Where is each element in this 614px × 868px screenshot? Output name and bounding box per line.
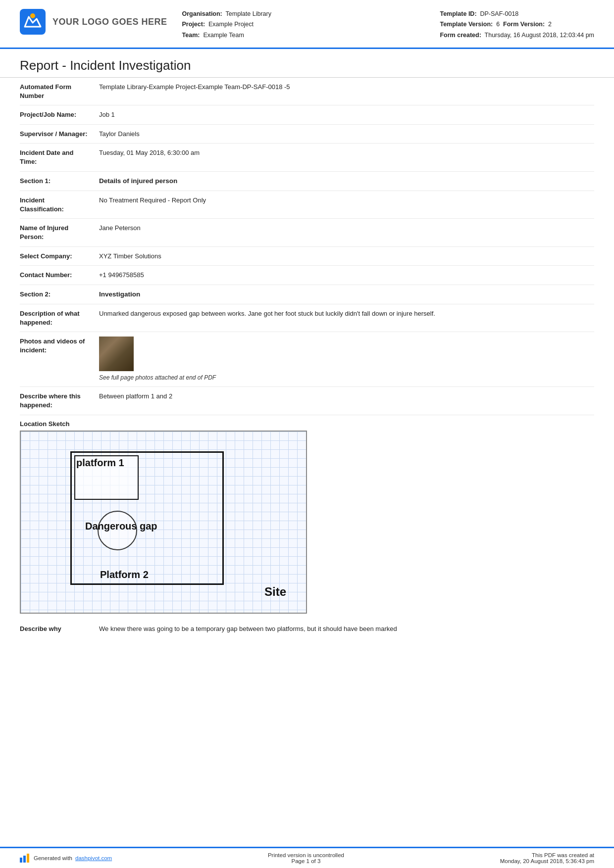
project-job-row: Project/Job Name: Job 1	[20, 105, 594, 125]
select-company-value: XYZ Timber Solutions	[99, 251, 594, 261]
incident-date-value: Tuesday, 01 May 2018, 6:30:00 am	[99, 148, 594, 158]
platform1-label: platform 1	[76, 457, 124, 469]
select-company-label: Select Company:	[20, 251, 99, 261]
footer-created-date: Monday, 20 August 2018, 5:36:43 pm	[500, 858, 594, 864]
content: Automated Form Number Template Library-E…	[0, 78, 614, 847]
header-org: Organisation: Template Library Project: …	[182, 9, 440, 41]
template-id-label: Template ID:	[440, 10, 476, 17]
team-line: Team: Example Team	[182, 30, 440, 41]
name-injured-value: Jane Peterson	[99, 223, 594, 233]
describe-where-value: Between platform 1 and 2	[99, 391, 594, 401]
footer-right: This PDF was created at Monday, 20 Augus…	[500, 852, 594, 864]
select-company-row: Select Company: XYZ Timber Solutions	[20, 247, 594, 266]
logo-area: YOUR LOGO GOES HERE	[20, 9, 167, 35]
describe-why-label: Describe why	[20, 624, 99, 633]
section1-value: Details of injured person	[99, 176, 594, 186]
page: YOUR LOGO GOES HERE Organisation: Templa…	[0, 0, 614, 868]
dangerous-gap-label: Dangerous gap	[85, 521, 157, 532]
org-value: Template Library	[226, 10, 271, 17]
form-version-value: 2	[548, 21, 552, 28]
site-label: Site	[264, 585, 286, 599]
name-injured-label: Name of Injured Person:	[20, 223, 99, 241]
form-created-value: Thursday, 16 August 2018, 12:03:44 pm	[485, 32, 594, 39]
photos-label: Photos and videos of incident:	[20, 337, 99, 355]
svg-rect-4	[27, 854, 29, 863]
description-label: Description of what happened:	[20, 309, 99, 327]
template-id-value: DP-SAF-0018	[480, 10, 519, 17]
svg-rect-3	[23, 856, 26, 863]
incident-class-row: Incident Classification: No Treatment Re…	[20, 191, 594, 219]
org-label: Organisation:	[182, 10, 222, 17]
footer-created: This PDF was created at	[500, 852, 594, 858]
contact-row: Contact Number: +1 9496758585	[20, 266, 594, 285]
form-created-line: Form created: Thursday, 16 August 2018, …	[440, 30, 594, 41]
supervisor-row: Supervisor / Manager: Taylor Daniels	[20, 125, 594, 144]
incident-date-row: Incident Date and Time: Tuesday, 01 May …	[20, 144, 594, 171]
platform2-label: Platform 2	[100, 569, 149, 580]
photos-value: See full page photos attached at end of …	[99, 337, 594, 382]
footer-generated-text: Generated with	[34, 855, 72, 861]
footer-uncontrolled: Printed version is uncontrolled	[268, 852, 344, 858]
footer-center: Printed version is uncontrolled Page 1 o…	[268, 852, 344, 864]
photos-row: Photos and videos of incident: See full …	[20, 332, 594, 387]
template-id-line: Template ID: DP-SAF-0018	[440, 9, 594, 19]
describe-why-row: Describe why We knew there was going to …	[20, 620, 594, 634]
svg-point-1	[30, 13, 35, 18]
report-title: Report - Incident Investigation	[0, 49, 614, 78]
describe-where-label: Describe where this happened:	[20, 391, 99, 410]
template-version-value: 6	[496, 21, 500, 28]
form-created-label: Form created:	[440, 32, 481, 39]
svg-rect-2	[20, 858, 22, 863]
footer-page: Page 1 of 3	[268, 858, 344, 864]
project-value: Example Project	[208, 21, 254, 28]
org-line: Organisation: Template Library	[182, 9, 440, 19]
section2-value: Investigation	[99, 289, 594, 299]
automated-form-value: Template Library-Example Project-Example…	[99, 82, 594, 92]
describe-where-row: Describe where this happened: Between pl…	[20, 387, 594, 415]
location-sketch: platform 1 Dangerous gap Platform 2 Site	[20, 431, 307, 614]
footer-left: Generated with dashpivot.com	[20, 854, 112, 863]
photo-thumbnail	[99, 337, 134, 371]
project-job-value: Job 1	[99, 110, 594, 120]
logo-icon	[20, 9, 46, 35]
automated-form-label: Automated Form Number	[20, 82, 99, 100]
supervisor-label: Supervisor / Manager:	[20, 129, 99, 139]
description-value: Unmarked dangerous exposed gap between w…	[99, 309, 594, 319]
team-label: Team:	[182, 32, 200, 39]
location-sketch-label: Location Sketch	[20, 415, 594, 431]
logo-text: YOUR LOGO GOES HERE	[52, 17, 167, 27]
supervisor-value: Taylor Daniels	[99, 129, 594, 139]
incident-class-value: No Treatment Required - Report Only	[99, 195, 594, 205]
footer: Generated with dashpivot.com Printed ver…	[0, 847, 614, 868]
form-version-label: Form Version:	[503, 21, 545, 28]
description-row: Description of what happened: Unmarked d…	[20, 304, 594, 332]
project-line: Project: Example Project	[182, 19, 440, 30]
photo-caption: See full page photos attached at end of …	[99, 373, 594, 382]
incident-date-label: Incident Date and Time:	[20, 148, 99, 166]
name-injured-row: Name of Injured Person: Jane Peterson	[20, 219, 594, 246]
section2-row: Section 2: Investigation	[20, 285, 594, 304]
footer-link[interactable]: dashpivot.com	[75, 855, 112, 861]
project-job-label: Project/Job Name:	[20, 110, 99, 119]
template-version-label: Template Version:	[440, 21, 493, 28]
describe-why-value: We knew there was going to be a temporar…	[99, 624, 594, 634]
automated-form-row: Automated Form Number Template Library-E…	[20, 78, 594, 105]
header: YOUR LOGO GOES HERE Organisation: Templa…	[0, 0, 614, 49]
section1-row: Section 1: Details of injured person	[20, 172, 594, 191]
template-version-line: Template Version: 6 Form Version: 2	[440, 19, 594, 30]
team-value: Example Team	[203, 32, 244, 39]
project-label: Project:	[182, 21, 205, 28]
incident-class-label: Incident Classification:	[20, 195, 99, 214]
dashpivot-icon	[20, 854, 31, 863]
contact-value: +1 9496758585	[99, 270, 594, 280]
header-right: Template ID: DP-SAF-0018 Template Versio…	[440, 9, 594, 41]
section2-label: Section 2:	[20, 289, 99, 299]
section1-label: Section 1:	[20, 176, 99, 186]
contact-label: Contact Number:	[20, 270, 99, 280]
